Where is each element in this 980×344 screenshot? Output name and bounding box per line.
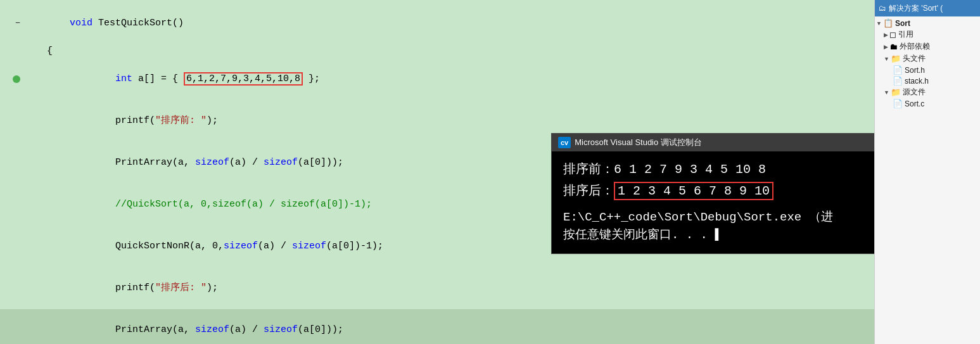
tree-label: 外部依赖 [900,41,930,52]
code-content-array: int a[] = { 6,1,2,7,9,3,4,5,10,8 }; [24,58,874,100]
code-content: printf("排序后: "); [24,267,874,309]
code-content: PrintArray(a, sizeof(a) / sizeof(a[0])); [24,309,874,344]
tree-item-sort-root[interactable]: ▼ 📋 Sort [875,18,980,29]
solution-header-title: 解决方案 'Sort' ( [889,3,943,14]
tree-item-sources[interactable]: ▼ 📁 源文件 [875,86,980,98]
solution-tree: ▼ 📋 Sort ▶ ◻ 引用 ▶ 🖿 外部依赖 ▼ 📁 头文件 📄 Sort.… [875,16,980,110]
array-highlight: 6,1,2,7,9,3,4,5,10,8 [184,72,303,86]
keyword: void [70,18,98,29]
breakpoint-indicator [13,75,20,83]
folder-icon: 📁 [891,87,901,97]
tree-label: 源文件 [903,87,926,98]
debug-title-icon: cv [558,137,571,149]
debug-before-line: 排序前：6 1 2 7 9 3 4 5 10 8 [563,160,874,179]
file-icon: 📄 [893,99,903,108]
tree-item-stack-h[interactable]: 📄 stack.h [875,75,980,86]
solution-header: 🗂 解决方案 'Sort' ( [875,0,980,16]
solution-icon: 📋 [883,18,893,28]
tree-label: Sort [895,19,910,28]
debug-title-text: Microsoft Visual Studio 调试控制台 [575,136,702,149]
code-content: void TestQuickSort() [24,3,874,44]
debug-title-bar: cv Microsoft Visual Studio 调试控制台 [552,134,874,151]
file-icon: 📄 [893,76,903,86]
debug-console: cv Microsoft Visual Studio 调试控制台 排序前：6 1… [551,133,874,254]
collapse-icon[interactable]: − [15,16,20,30]
before-nums: 6 1 2 7 9 3 4 5 10 8 [614,162,766,177]
debug-path: E:\C_C++_code\Sort\Debug\Sort.exe （进 [563,208,874,227]
debug-content: 排序前：6 1 2 7 9 3 4 5 10 8 排序后：1 2 3 4 5 6… [552,151,874,253]
arrow-icon: ▼ [884,89,889,96]
tree-item-sort-c[interactable]: 📄 Sort.c [875,98,980,109]
arrow-icon: ▼ [876,20,882,27]
ref-icon: ◻ [889,30,896,39]
tree-label: 头文件 [903,53,926,64]
debug-prompt: 按任意键关闭此窗口. . . ▌ [563,226,874,245]
tree-label: Sort.h [905,66,925,75]
before-label: 排序前： [563,162,614,177]
code-line: printf("排序后: "); [0,267,874,309]
arrow-icon: ▶ [884,44,888,50]
gutter: − [5,16,24,30]
tree-item-external[interactable]: ▶ 🖿 外部依赖 [875,41,980,53]
tree-label: Sort.c [905,99,924,108]
arrow-icon: ▶ [884,32,888,38]
tree-item-headers[interactable]: ▼ 📁 头文件 [875,53,980,65]
sorted-nums-highlight: 1 2 3 4 5 6 7 8 9 10 [614,182,773,200]
code-editor: − void TestQuickSort() { int a[] = { 6,1… [0,0,874,344]
debug-after-line: 排序后：1 2 3 4 5 6 7 8 9 10 [563,182,874,201]
arrow-icon: ▼ [884,56,889,62]
solution-header-icon: 🗂 [879,4,886,13]
code-line-array: int a[] = { 6,1,2,7,9,3,4,5,10,8 }; [0,58,874,100]
tree-item-ref[interactable]: ▶ ◻ 引用 [875,29,980,41]
code-line-highlighted: PrintArray(a, sizeof(a) / sizeof(a[0])); [0,309,874,344]
tree-label: 引用 [898,29,913,40]
code-line: { [0,44,874,58]
tree-item-sort-h[interactable]: 📄 Sort.h [875,65,980,75]
code-content: { [24,44,874,58]
folder-icon: 📁 [891,54,901,63]
func-name: TestQuickSort() [98,18,184,29]
gutter-breakpoint [5,75,24,83]
ext-icon: 🖿 [889,42,898,51]
solution-panel: 🗂 解决方案 'Sort' ( ▼ 📋 Sort ▶ ◻ 引用 ▶ 🖿 外部依赖… [874,0,980,344]
code-line: − void TestQuickSort() [0,3,874,44]
after-label: 排序后： [563,184,614,198]
file-icon: 📄 [893,65,903,75]
tree-label: stack.h [905,77,929,86]
